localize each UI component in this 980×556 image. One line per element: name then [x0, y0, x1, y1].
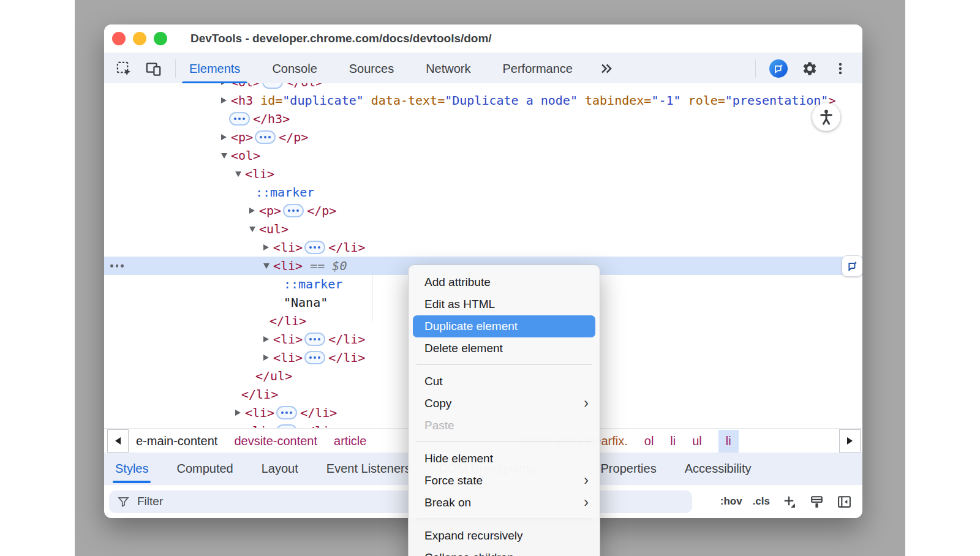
- close-window-button[interactable]: [112, 32, 126, 45]
- dom-tree-row[interactable]: <ol>: [104, 146, 862, 165]
- panel-tab-layout[interactable]: Layout: [262, 453, 298, 485]
- device-toolbar-icon[interactable]: [145, 60, 162, 77]
- rendering-brush-icon[interactable]: [808, 493, 825, 510]
- tab-performance[interactable]: Performance: [494, 53, 582, 84]
- code-token-eq: ==: [303, 258, 332, 273]
- dom-tree-row[interactable]: <p></p>: [104, 128, 862, 146]
- expand-arrow-icon[interactable]: [235, 410, 245, 416]
- ai-assistant-icon[interactable]: [769, 59, 788, 78]
- panel-tab-computed[interactable]: Computed: [176, 453, 233, 485]
- expand-arrow-icon[interactable]: [249, 208, 259, 214]
- dom-tree-row[interactable]: <li></li>: [104, 238, 862, 257]
- expand-arrow-icon[interactable]: [263, 355, 273, 361]
- toolbar-right-icons: [755, 53, 849, 84]
- collapse-arrow-icon[interactable]: [235, 171, 245, 177]
- window-title: DevTools - developer.chrome.com/docs/dev…: [190, 32, 492, 45]
- tab-elements[interactable]: Elements: [181, 53, 249, 84]
- expand-arrow-icon[interactable]: [221, 83, 231, 85]
- breadcrumb-item[interactable]: article: [334, 434, 366, 448]
- inline-ellipsis-icon[interactable]: [229, 112, 250, 126]
- dom-tree-row[interactable]: <ol></ol>: [104, 83, 862, 91]
- zoom-window-button[interactable]: [154, 32, 167, 45]
- expand-arrow-icon[interactable]: [263, 336, 273, 342]
- submenu-chevron-icon: ›: [584, 473, 589, 487]
- code-token-tag: </p>: [279, 130, 308, 145]
- code-token-attr: id=: [253, 93, 282, 108]
- menu-item-collapse-children[interactable]: Collapse children: [409, 547, 600, 556]
- accessibility-person-icon[interactable]: [812, 103, 840, 131]
- breadcrumb-item-selected[interactable]: li: [718, 430, 739, 453]
- dom-tree-row[interactable]: </h3>: [104, 110, 862, 128]
- menu-item-duplicate-element[interactable]: Duplicate element: [413, 315, 595, 337]
- menu-item-hide-element[interactable]: Hide element: [409, 448, 600, 470]
- menu-item-label: Cut: [424, 375, 443, 388]
- menu-item-break-on[interactable]: Break on›: [409, 492, 600, 514]
- kebab-menu-icon[interactable]: [832, 60, 849, 77]
- expand-arrow-icon[interactable]: [221, 134, 231, 140]
- breadcrumb-item[interactable]: ol: [644, 434, 654, 448]
- code-token-tag: </li>: [270, 314, 306, 328]
- menu-item-edit-as-html[interactable]: Edit as HTML: [409, 293, 600, 315]
- tab-sources[interactable]: Sources: [341, 53, 402, 84]
- collapse-arrow-icon[interactable]: [249, 227, 259, 232]
- dom-tree-row[interactable]: ::marker: [104, 183, 862, 201]
- dom-tree-row[interactable]: <li>: [104, 165, 862, 183]
- breadcrumb-item[interactable]: devsite-content: [234, 434, 317, 448]
- expand-arrow-icon[interactable]: [221, 97, 231, 103]
- code-token-val: "presentation": [725, 93, 829, 108]
- inline-ellipsis-icon[interactable]: [255, 130, 276, 144]
- tab-console[interactable]: Console: [263, 53, 325, 84]
- menu-item-cut[interactable]: Cut: [409, 370, 600, 393]
- dock-sidebar-icon[interactable]: [835, 493, 853, 510]
- expand-arrow-icon[interactable]: [263, 244, 273, 250]
- toggle-class-button[interactable]: .cls: [753, 495, 770, 508]
- code-token-tag: <li>: [273, 350, 303, 365]
- code-token-tag: </li>: [241, 387, 278, 402]
- code-token-pseudo: ::marker: [255, 185, 314, 200]
- menu-item-label: Add attribute: [424, 276, 491, 289]
- breadcrumb-scroll-right-button[interactable]: [839, 429, 861, 453]
- inline-ellipsis-icon[interactable]: [304, 351, 325, 364]
- new-style-rule-icon[interactable]: [780, 493, 797, 510]
- menu-item-label: Collapse children: [424, 551, 514, 556]
- panel-tab-styles[interactable]: Styles: [115, 453, 148, 485]
- code-token-val: "-1": [651, 93, 680, 108]
- row-more-actions-dots-icon[interactable]: [110, 265, 124, 268]
- inline-ellipsis-icon[interactable]: [262, 83, 283, 89]
- panel-tab-accessibility[interactable]: Accessibility: [685, 453, 752, 485]
- collapse-arrow-icon[interactable]: [263, 263, 273, 269]
- more-tabs-icon[interactable]: [597, 60, 614, 77]
- toggle-hover-state-button[interactable]: :hov: [720, 495, 742, 508]
- minimize-window-button[interactable]: [133, 32, 146, 45]
- code-token-pseudo: ::marker: [284, 277, 342, 291]
- ask-ai-chip-button[interactable]: [842, 255, 862, 277]
- breadcrumb-item[interactable]: e-main-content: [136, 434, 217, 448]
- breadcrumb-item[interactable]: ul: [692, 434, 702, 448]
- code-token-val: "Duplicate a node": [445, 93, 578, 108]
- dom-tree-row[interactable]: <ul>: [104, 220, 862, 238]
- menu-item-add-attribute[interactable]: Add attribute: [409, 271, 600, 293]
- inline-ellipsis-icon[interactable]: [304, 241, 325, 254]
- code-token-tag: <li>: [273, 332, 303, 347]
- code-token-tag: <li>: [245, 424, 274, 428]
- panel-tab-event-listeners[interactable]: Event Listeners: [326, 453, 411, 485]
- dom-tree-row[interactable]: <h3 id="duplicate" data-text="Duplicate …: [104, 91, 862, 110]
- styles-filter-field[interactable]: [109, 490, 692, 513]
- breadcrumb-item[interactable]: li: [670, 434, 676, 448]
- settings-gear-icon[interactable]: [801, 60, 818, 77]
- menu-item-copy[interactable]: Copy›: [409, 393, 600, 415]
- inline-ellipsis-icon[interactable]: [283, 204, 304, 217]
- inline-ellipsis-icon[interactable]: [276, 406, 297, 419]
- menu-separator: [417, 519, 592, 519]
- menu-item-expand-recursively[interactable]: Expand recursively: [409, 525, 600, 547]
- breadcrumb-scroll-left-button[interactable]: [107, 429, 129, 453]
- panel-tab-properties[interactable]: Properties: [601, 453, 657, 485]
- inspect-element-icon[interactable]: [115, 60, 132, 77]
- inline-ellipsis-icon[interactable]: [304, 332, 325, 346]
- tab-network[interactable]: Network: [417, 53, 479, 84]
- collapse-arrow-icon[interactable]: [221, 153, 231, 159]
- menu-item-delete-element[interactable]: Delete element: [409, 337, 600, 359]
- menu-item-force-state[interactable]: Force state›: [409, 470, 600, 492]
- menu-item-label: Expand recursively: [424, 529, 523, 543]
- dom-tree-row[interactable]: <p></p>: [104, 201, 862, 220]
